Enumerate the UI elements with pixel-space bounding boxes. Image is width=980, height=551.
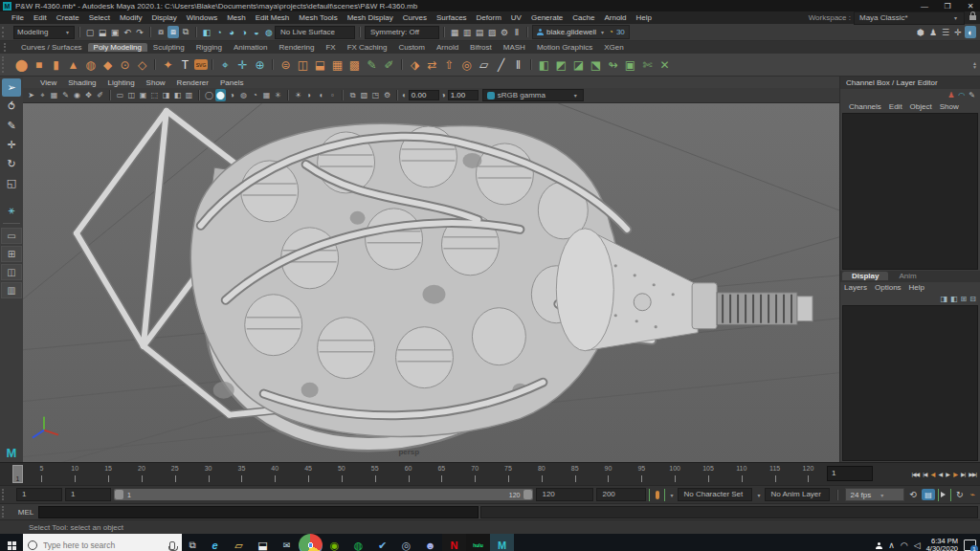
vp-ambient-occlusion[interactable]: ◖ [316,89,326,101]
status-make-live[interactable]: ◍ [263,26,275,38]
shelf-poly-type[interactable]: T [177,55,193,74]
tick-85[interactable]: 85 [558,464,591,484]
tick-45[interactable]: 45 [292,464,325,484]
taskbar-search[interactable] [23,534,182,551]
playback-go-to-start[interactable]: |◀◀ [909,471,921,477]
shelf-tab-poly-modeling[interactable]: Poly Modeling [88,43,147,52]
vp-wireframe[interactable]: ◯ [204,89,214,101]
layer-toggle-visibility[interactable]: ◨ [940,295,947,303]
action-center-icon[interactable]: 1 [964,540,976,551]
status-snap-point[interactable]: ◕ [226,26,237,38]
menu-generate[interactable]: Generate [526,13,568,22]
taskbar-app-hulu[interactable]: hulu [466,534,490,551]
tick-95[interactable]: 95 [625,464,658,484]
menu-arnold[interactable]: Arnold [599,13,631,22]
animation-preferences-icon[interactable]: ▤ [922,489,935,500]
tool-paint-select-tool[interactable]: ✎ [2,117,21,135]
status-pause-viewport[interactable]: Ⅱ [511,26,523,38]
layer-list-content[interactable] [842,305,978,462]
cb-menu-edit[interactable]: Edit [885,102,906,111]
network-icon[interactable]: ◠ [901,540,908,550]
tick-10[interactable]: 10 [58,464,92,484]
vp-plugin-shading[interactable]: ⚙ [382,89,392,101]
status-select-hierarchy[interactable]: ⧇ [155,26,167,38]
panel-menu-panels[interactable]: Panels [214,78,249,87]
playback-play-forward[interactable]: ▶ [944,471,951,477]
exposure-icon[interactable]: ◐ [402,91,407,99]
vp-safe-title[interactable]: ◧ [172,89,183,101]
status-attribute-editor[interactable]: ☰ [940,26,951,38]
start-button[interactable] [0,534,23,551]
shelf-tab-fx-caching[interactable]: FX Caching [342,43,393,52]
vp-lock-camera[interactable]: ⌖ [37,89,48,101]
shelf-tab-motion-graphics[interactable]: Motion Graphics [531,43,598,52]
cb-hik-icon[interactable]: ♟ [947,91,954,99]
tick-80[interactable]: 80 [524,464,558,484]
playback-step-forward-frame[interactable]: ▶| [959,471,967,477]
shelf-poly-cylinder[interactable]: ▮ [48,55,64,74]
volume-icon[interactable]: ◁ [914,540,921,550]
engine-model[interactable] [77,111,813,462]
vp-gate-mask[interactable]: ▣ [138,89,148,101]
status-snap-projected-center[interactable]: ◑ [238,26,250,38]
shelf-bridge[interactable]: ⇄ [424,55,440,74]
panel-menu-shading[interactable]: Shading [62,78,101,87]
chevron-up-icon[interactable]: ∧ [888,540,895,550]
status-render-view[interactable]: ▦ [449,26,460,38]
taskbar-app-store[interactable]: ⬓ [251,534,275,551]
chevron-down-icon[interactable]: ▾ [757,492,760,498]
menu-edit-mesh[interactable]: Edit Mesh [251,13,295,22]
menu-windows[interactable]: Windows [182,13,222,22]
layout-layout-two-pane[interactable]: ◫ [1,264,22,280]
taskbar-clock[interactable]: 6:34 PM 4/30/2020 [926,538,958,551]
cb-pin-icon[interactable]: ◠ [958,91,965,99]
character-set-dropdown[interactable]: No Character Set [678,488,752,501]
shelf-multi-cut[interactable]: ╱ [493,55,509,74]
shelf-construction-plane[interactable]: ⌖ [217,55,234,74]
menu-deform[interactable]: Deform [472,13,506,22]
tick-65[interactable]: 65 [425,464,458,484]
tool-custom-manipulator[interactable]: ⚹ [2,201,21,219]
tick-60[interactable]: 60 [391,464,425,484]
playback-go-to-end[interactable]: ▶▶| [967,471,978,477]
vp-frame-all[interactable]: ▥ [184,89,194,101]
status-modeling-toolkit[interactable]: ⬢ [915,26,926,38]
menu-select[interactable]: Select [84,13,115,22]
status-snap-curve[interactable]: ◔ [213,26,225,38]
shelf-sculpt-poly[interactable]: ✐ [381,55,397,74]
mute-sound-toggle[interactable] [938,489,951,501]
taskbar-app-spotify[interactable]: ◍ [346,534,370,551]
shelf-poly-sphere[interactable]: ⬤ [13,55,30,74]
shelf-cut-faces[interactable]: ✄ [639,55,656,74]
close-button[interactable]: ✕ [961,2,980,11]
shelf-circularize[interactable]: ◎ [458,55,475,74]
menu-surfaces[interactable]: Surfaces [432,13,472,22]
shelf-snap-together[interactable]: ✛ [234,55,251,74]
taskbar-app-mail[interactable]: ✉ [275,534,299,551]
layer-new-empty-layer[interactable]: ⊞ [961,295,968,303]
layer-tab-display[interactable]: Display [842,272,888,280]
panel-menu-renderer[interactable]: Renderer [171,78,214,87]
status-select-object[interactable]: ⧈ [167,26,179,38]
animation-start-field[interactable]: 1 [16,488,62,501]
chevron-down-icon[interactable]: ▾ [670,492,673,498]
status-character-controls[interactable]: ♟ [927,26,939,38]
lock-workspace-icon[interactable] [969,15,976,20]
menu-set-dropdown[interactable]: Modeling ▾ [13,26,75,39]
people-icon[interactable] [876,542,882,549]
vp-flat-shade[interactable]: ◍ [238,89,249,101]
status-channel-box-toggle[interactable]: ◐ [965,26,976,38]
vp-motion-blur[interactable]: ▫ [327,89,338,101]
tick-35[interactable]: 35 [225,464,258,484]
status-render-settings[interactable]: ⚙ [499,26,510,38]
command-result-field[interactable] [480,506,978,518]
shelf-extrude[interactable]: ⇧ [441,55,457,74]
evaluation-mode-icon[interactable]: ⌁ [969,490,977,499]
tick-50[interactable]: 50 [324,464,358,484]
taskbar-app-maya[interactable]: M [490,534,514,551]
shelf-spin-edge[interactable]: ⬔ [588,55,604,74]
layer-menu-layers[interactable]: Layers [840,283,871,292]
shelf-connect[interactable]: ‖ [510,55,526,74]
status-snap-grid[interactable]: ◧ [201,26,212,38]
shelf-poly-cone[interactable]: ▲ [65,55,81,74]
